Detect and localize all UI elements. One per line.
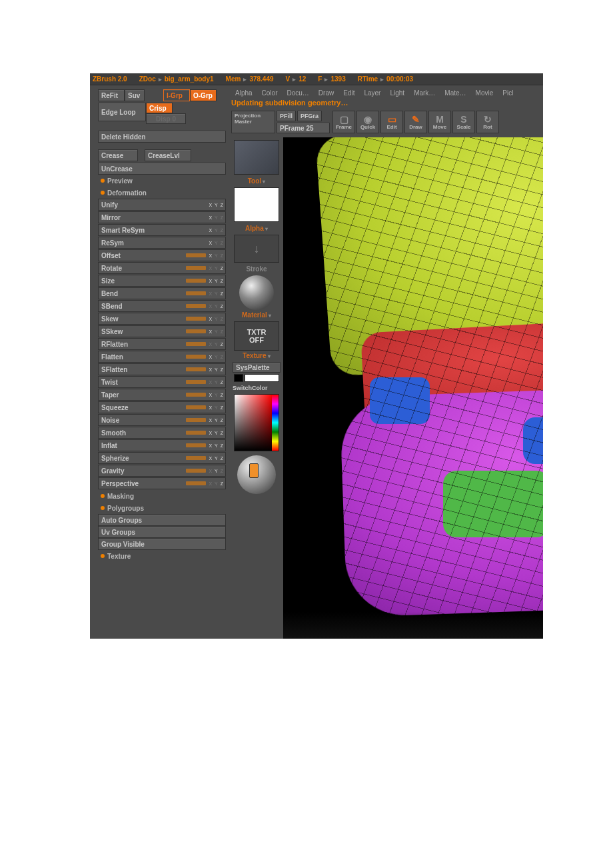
pfill-button[interactable]: PFill <box>277 111 296 121</box>
menu-draw[interactable]: Draw <box>316 88 336 98</box>
axis-y[interactable]: Y <box>215 456 219 461</box>
axis-z[interactable]: Z <box>221 329 224 334</box>
deform-rflatten[interactable]: RFlattenXYZ <box>98 338 226 350</box>
secondary-color-swatch[interactable] <box>245 374 279 382</box>
axis-z[interactable]: Z <box>221 253 224 258</box>
deform-size[interactable]: SizeXYZ <box>98 275 226 287</box>
preview-section[interactable]: Preview <box>98 175 226 187</box>
axis-x[interactable]: X <box>209 469 213 473</box>
deform-slider[interactable] <box>186 342 206 346</box>
menu-movie[interactable]: Movie <box>473 88 496 98</box>
axis-y[interactable]: Y <box>215 203 219 207</box>
axis-y[interactable]: Y <box>215 481 219 486</box>
crease-button[interactable]: Crease <box>98 149 138 161</box>
deform-slider[interactable] <box>186 266 206 270</box>
stroke-label[interactable]: Stroke <box>230 265 283 273</box>
deform-offset[interactable]: OffsetXYZ <box>98 249 226 261</box>
move-mode-button[interactable]: MMove <box>428 111 451 133</box>
menu-mark[interactable]: Mark… <box>411 88 438 98</box>
axis-x[interactable]: X <box>209 431 213 435</box>
deform-skew[interactable]: SkewXYZ <box>98 313 226 325</box>
deform-taper[interactable]: TaperXYZ <box>98 389 226 401</box>
axis-y[interactable]: Y <box>215 304 219 309</box>
deform-slider[interactable] <box>186 367 206 371</box>
axis-y[interactable]: Y <box>215 279 219 283</box>
axis-x[interactable]: X <box>209 418 213 423</box>
deform-flatten[interactable]: FlattenXYZ <box>98 351 226 363</box>
ogrp-button[interactable]: O-Grp <box>190 89 217 101</box>
deform-noise[interactable]: NoiseXYZ <box>98 414 226 426</box>
axis-z[interactable]: Z <box>221 481 224 486</box>
axis-x[interactable]: X <box>209 481 213 486</box>
axis-z[interactable]: Z <box>221 241 224 245</box>
deform-slider[interactable] <box>186 405 206 409</box>
axis-y[interactable]: Y <box>215 329 219 334</box>
deform-sflatten[interactable]: SFlattenXYZ <box>98 363 226 375</box>
axis-z[interactable]: Z <box>221 291 224 296</box>
axis-x[interactable]: X <box>209 253 213 258</box>
stroke-tile[interactable]: ↓ <box>234 235 279 263</box>
axis-x[interactable]: X <box>209 215 213 220</box>
masking-section[interactable]: Masking <box>98 490 226 502</box>
axis-z[interactable]: Z <box>221 418 224 423</box>
alpha-tile[interactable] <box>234 187 279 222</box>
menu-alpha[interactable]: Alpha <box>233 88 255 98</box>
uncrease-button[interactable]: UnCrease <box>98 163 226 175</box>
rot-mode-button[interactable]: ↻Rot <box>476 111 499 133</box>
syspalette-button[interactable]: SysPalette <box>233 362 281 373</box>
igrp-button[interactable]: I-Grp <box>163 89 190 101</box>
color-picker[interactable] <box>234 394 279 451</box>
axis-x[interactable]: X <box>209 291 213 296</box>
deform-unify[interactable]: UnifyXYZ <box>98 199 226 211</box>
axis-x[interactable]: X <box>209 367 213 372</box>
deform-rotate[interactable]: RotateXYZ <box>98 262 226 274</box>
axis-y[interactable]: Y <box>215 405 219 410</box>
axis-z[interactable]: Z <box>221 228 224 233</box>
deform-slider[interactable] <box>186 380 206 384</box>
menu-color[interactable]: Color <box>259 88 281 98</box>
axis-y[interactable]: Y <box>215 355 219 359</box>
axis-z[interactable]: Z <box>221 342 224 347</box>
deform-slider[interactable] <box>186 355 206 359</box>
axis-y[interactable]: Y <box>215 342 219 347</box>
axis-y[interactable]: Y <box>215 443 219 448</box>
axis-z[interactable]: Z <box>221 456 224 461</box>
axis-z[interactable]: Z <box>221 405 224 410</box>
axis-x[interactable]: X <box>209 405 213 410</box>
deform-slider[interactable] <box>186 317 206 321</box>
group-visible-button[interactable]: Group Visible <box>98 538 226 550</box>
quick-mode-button[interactable]: ◉Quick <box>356 111 379 133</box>
deform-slider[interactable] <box>186 418 206 422</box>
tool-label[interactable]: Tool ▾ <box>230 177 283 185</box>
axis-z[interactable]: Z <box>221 443 224 448</box>
axis-x[interactable]: X <box>209 380 213 385</box>
frame-mode-button[interactable]: ▢Frame <box>332 111 355 133</box>
axis-y[interactable]: Y <box>215 241 219 245</box>
deform-inflat[interactable]: InflatXYZ <box>98 439 226 451</box>
axis-z[interactable]: Z <box>221 393 224 397</box>
axis-x[interactable]: X <box>209 393 213 397</box>
deform-bend[interactable]: BendXYZ <box>98 287 226 299</box>
switchcolor-button[interactable]: SwitchColor <box>230 383 283 393</box>
texture-section[interactable]: Texture <box>98 550 226 562</box>
axis-y[interactable]: Y <box>215 317 219 321</box>
viewport[interactable] <box>283 137 543 639</box>
deform-slider[interactable] <box>186 393 206 397</box>
deform-spherize[interactable]: SpherizeXYZ <box>98 452 226 464</box>
deform-slider[interactable] <box>186 456 206 460</box>
material-sphere[interactable] <box>239 275 274 310</box>
axis-x[interactable]: X <box>209 228 213 233</box>
current-color-swatch[interactable] <box>234 374 243 382</box>
axis-y[interactable]: Y <box>215 469 219 473</box>
deform-squeeze[interactable]: SqueezeXYZ <box>98 401 226 413</box>
deform-sbend[interactable]: SBendXYZ <box>98 300 226 312</box>
uv-groups-button[interactable]: Uv Groups <box>98 526 226 538</box>
crease-level-button[interactable]: CreaseLvl <box>145 149 191 161</box>
axis-z[interactable]: Z <box>221 203 224 207</box>
deform-sskew[interactable]: SSkewXYZ <box>98 325 226 337</box>
draw-mode-button[interactable]: ✎Draw <box>404 111 427 133</box>
axis-z[interactable]: Z <box>221 215 224 220</box>
disp-button[interactable]: Disp 0 <box>146 113 186 124</box>
menu-layer[interactable]: Layer <box>361 88 383 98</box>
projection-master-button[interactable]: Projection Master <box>231 111 275 133</box>
